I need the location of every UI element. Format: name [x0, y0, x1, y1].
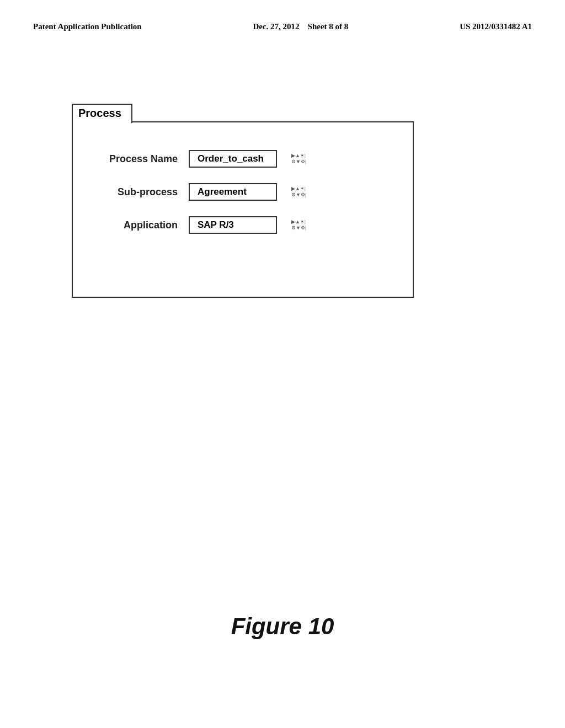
controls-subprocess: ▶▲✶| ⚙▼⚙|: [291, 186, 306, 197]
header-sheet: Sheet 8 of 8: [308, 22, 349, 31]
label-process-name: Process Name: [100, 153, 178, 165]
ctrl-row-bot-3: ⚙▼⚙|: [291, 226, 306, 231]
ctrl-row-bot-2: ⚙▼⚙|: [291, 192, 306, 197]
input-process-name[interactable]: Order_to_cash: [189, 150, 277, 168]
input-application[interactable]: SAP R/3: [189, 216, 277, 234]
form-row-process-name: Process Name Order_to_cash ▶▲✶| ⚙▼⚙|: [100, 150, 396, 168]
controls-process-name: ▶▲✶| ⚙▼⚙|: [291, 153, 306, 164]
ctrl-row-bot-1: ⚙▼⚙|: [291, 159, 306, 164]
page-header: Patent Application Publication Dec. 27, …: [0, 0, 565, 31]
header-left: Patent Application Publication: [33, 22, 142, 31]
header-right: US 2012/0331482 A1: [460, 22, 532, 31]
input-subprocess[interactable]: Agreement: [189, 183, 277, 201]
ctrl-row-top-1: ▶▲✶|: [291, 153, 306, 158]
process-container: Process Process Name Order_to_cash ▶▲✶| …: [72, 121, 414, 298]
process-tab: Process: [72, 104, 132, 123]
diagram-area: Process Process Name Order_to_cash ▶▲✶| …: [72, 121, 414, 298]
header-date: Dec. 27, 2012: [253, 22, 299, 31]
form-row-application: Application SAP R/3 ▶▲✶| ⚙▼⚙|: [100, 216, 396, 234]
header-center: Dec. 27, 2012 Sheet 8 of 8: [253, 22, 348, 31]
form-rows: Process Name Order_to_cash ▶▲✶| ⚙▼⚙| Sub…: [89, 150, 396, 234]
label-application: Application: [100, 220, 178, 231]
form-row-subprocess: Sub-process Agreement ▶▲✶| ⚙▼⚙|: [100, 183, 396, 201]
figure-caption: Figure 10: [0, 613, 565, 640]
label-subprocess: Sub-process: [100, 186, 178, 198]
ctrl-row-top-3: ▶▲✶|: [291, 220, 306, 224]
process-box: Process Name Order_to_cash ▶▲✶| ⚙▼⚙| Sub…: [72, 121, 414, 298]
ctrl-row-top-2: ▶▲✶|: [291, 186, 306, 191]
controls-application: ▶▲✶| ⚙▼⚙|: [291, 220, 306, 231]
